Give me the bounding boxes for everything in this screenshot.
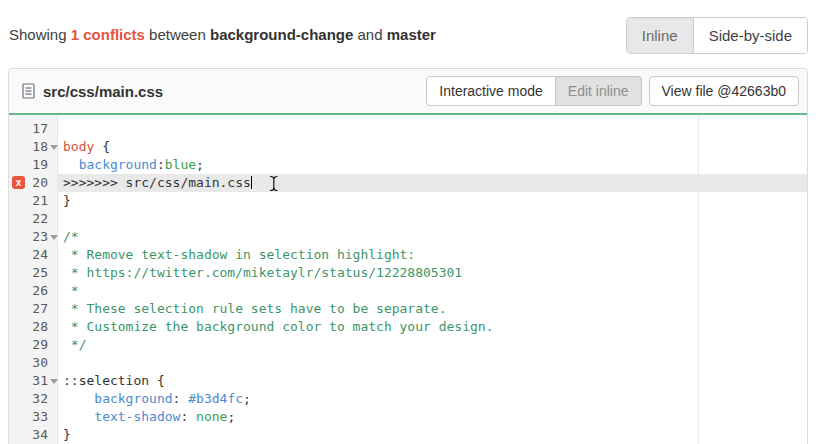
code-content[interactable]: * These selection rule sets have to be s… — [57, 300, 807, 318]
line-number: 27 — [9, 300, 57, 318]
code-token: #b3d4fc — [188, 391, 243, 406]
code-content[interactable]: * https://twitter.com/miketaylr/status/1… — [57, 264, 807, 282]
code-token: ; — [243, 391, 251, 406]
code-editor[interactable]: 161718body {19 background:blue;x20>>>>>>… — [9, 115, 807, 444]
code-content[interactable]: } — [57, 426, 807, 444]
file-conflict-panel: src/css/main.css Interactive mode Edit i… — [8, 68, 808, 444]
code-token: /* — [63, 229, 79, 244]
line-number: 33 — [9, 408, 57, 426]
code-token: * https://twitter.com/miketaylr/status/1… — [63, 265, 462, 280]
code-token: text-shadow — [94, 409, 180, 424]
conflict-count: 1 conflicts — [71, 26, 145, 43]
code-token — [63, 409, 94, 424]
conflict-error-icon: x — [12, 176, 25, 189]
code-line[interactable]: 19 background:blue; — [9, 156, 807, 174]
fold-arrow-icon[interactable] — [50, 235, 58, 240]
inline-view-button[interactable]: Inline — [627, 18, 694, 53]
summary-middle: between — [149, 26, 206, 43]
code-content[interactable]: background: #b3d4fc; — [57, 390, 807, 408]
code-line[interactable]: 23/* — [9, 228, 807, 246]
code-line[interactable]: 34} — [9, 426, 807, 444]
code-token: ::selection { — [63, 373, 165, 388]
line-number: 21 — [9, 192, 57, 210]
file-header-actions: Interactive mode Edit inline View file @… — [426, 76, 799, 106]
code-line[interactable]: 26 * — [9, 282, 807, 300]
code-line[interactable]: 33 text-shadow: none; — [9, 408, 807, 426]
code-line[interactable]: 18body { — [9, 138, 807, 156]
code-token: } — [63, 193, 71, 208]
line-number: 25 — [9, 264, 57, 282]
code-content[interactable]: * Remove text-shadow in selection highli… — [57, 246, 807, 264]
code-token: * — [63, 283, 79, 298]
code-token: body — [63, 139, 94, 154]
code-token: : — [157, 157, 165, 172]
code-line[interactable]: 24 * Remove text-shadow in selection hig… — [9, 246, 807, 264]
code-content[interactable]: } — [57, 192, 807, 210]
code-content[interactable]: text-shadow: none; — [57, 408, 807, 426]
branch-name-target: master — [387, 26, 436, 43]
code-token: background — [94, 391, 172, 406]
code-token: * Customize the background color to matc… — [63, 319, 493, 334]
code-content[interactable] — [57, 210, 807, 228]
code-content[interactable]: body { — [57, 138, 807, 156]
code-line[interactable]: 27 * These selection rule sets have to b… — [9, 300, 807, 318]
code-line[interactable]: 25 * https://twitter.com/miketaylr/statu… — [9, 264, 807, 282]
line-number: 26 — [9, 282, 57, 300]
view-file-button[interactable]: View file @42663b0 — [649, 76, 799, 106]
code-token: ; — [196, 157, 204, 172]
code-token: : — [180, 409, 196, 424]
line-number: 22 — [9, 210, 57, 228]
code-content[interactable]: * Customize the background color to matc… — [57, 318, 807, 336]
code-line[interactable]: 28 * Customize the background color to m… — [9, 318, 807, 336]
summary-prefix: Showing — [9, 26, 67, 43]
code-line[interactable]: 31::selection { — [9, 372, 807, 390]
line-number: x20 — [9, 174, 57, 192]
line-number: 30 — [9, 354, 57, 372]
code-line[interactable]: 30 — [9, 354, 807, 372]
line-number: 29 — [9, 336, 57, 354]
line-number: 17 — [9, 120, 57, 138]
conflict-summary: Showing 1 conflicts between background-c… — [9, 26, 436, 43]
code-line[interactable]: 21} — [9, 192, 807, 210]
fold-arrow-icon[interactable] — [50, 379, 58, 384]
side-by-side-view-button[interactable]: Side-by-side — [694, 18, 807, 53]
code-token: * Remove text-shadow in selection highli… — [63, 247, 415, 262]
code-token: none — [196, 409, 227, 424]
code-content[interactable]: >>>>>>> src/css/main.css — [57, 174, 807, 192]
file-panel-header: src/css/main.css Interactive mode Edit i… — [9, 69, 807, 115]
line-number: 34 — [9, 426, 57, 444]
code-content[interactable]: */ — [57, 336, 807, 354]
code-content[interactable]: ::selection { — [57, 372, 807, 390]
code-token: ; — [227, 409, 235, 424]
file-path: src/css/main.css — [43, 83, 163, 100]
code-line[interactable]: 22 — [9, 210, 807, 228]
line-number: 32 — [9, 390, 57, 408]
code-content[interactable]: /* — [57, 228, 807, 246]
code-line[interactable]: x20>>>>>>> src/css/main.css — [9, 174, 807, 192]
line-number: 24 — [9, 246, 57, 264]
code-token — [63, 157, 79, 172]
interactive-mode-button[interactable]: Interactive mode — [426, 76, 556, 106]
code-content[interactable]: * — [57, 282, 807, 300]
code-token: { — [94, 139, 110, 154]
line-number: 28 — [9, 318, 57, 336]
code-content[interactable] — [57, 120, 807, 138]
branch-name-source: background-change — [210, 26, 353, 43]
code-line[interactable]: 29 */ — [9, 336, 807, 354]
view-mode-toggle: Inline Side-by-side — [626, 17, 808, 54]
fold-arrow-icon[interactable] — [50, 145, 58, 150]
summary-conjunction: and — [358, 26, 383, 43]
code-token: * These selection rule sets have to be s… — [63, 301, 447, 316]
edit-mode-button-group: Interactive mode Edit inline — [426, 76, 641, 106]
code-token: : — [173, 391, 189, 406]
code-content[interactable]: background:blue; — [57, 156, 807, 174]
line-number: 19 — [9, 156, 57, 174]
code-line[interactable]: 17 — [9, 120, 807, 138]
code-token: } — [63, 427, 71, 442]
code-content[interactable] — [57, 354, 807, 372]
code-token — [63, 391, 94, 406]
code-token: */ — [63, 337, 86, 352]
code-line[interactable]: 32 background: #b3d4fc; — [9, 390, 807, 408]
file-document-icon — [22, 83, 35, 99]
edit-inline-button[interactable]: Edit inline — [556, 76, 642, 106]
